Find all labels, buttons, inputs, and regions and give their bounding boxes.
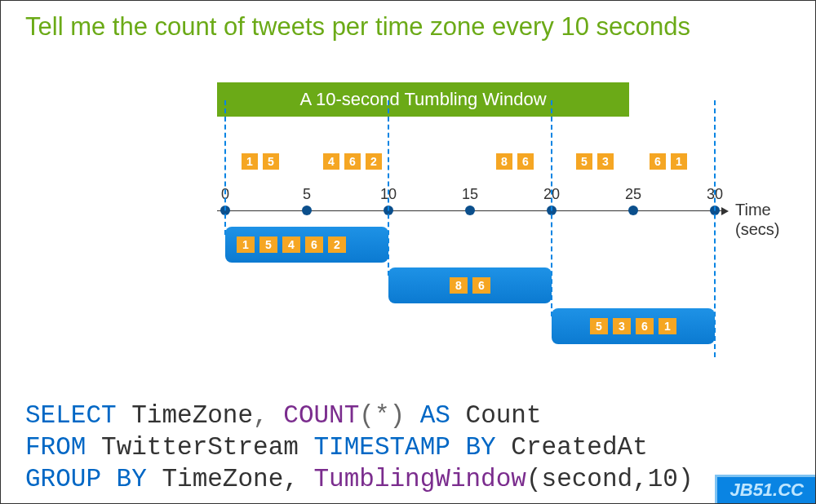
tick-marker: [465, 206, 475, 215]
sql-tumbling-args: (second,10): [526, 465, 694, 493]
event-marker: 1: [242, 153, 258, 170]
event-marker: 3: [597, 153, 614, 170]
window-event: 1: [237, 237, 255, 253]
sql-kw-groupby: GROUP BY: [25, 465, 147, 493]
sql-stream: TwitterStream: [101, 433, 299, 462]
window-aggregate: 5361: [552, 308, 715, 344]
tumbling-window-diagram: A 10-second Tumbling Window Time (secs) …: [217, 82, 772, 368]
event-marker: 4: [323, 153, 339, 170]
sql-kw-select: SELECT: [25, 401, 117, 430]
axis-arrow-icon: [721, 207, 729, 215]
tick-label: 15: [462, 186, 478, 203]
window-event: 6: [636, 318, 654, 334]
tick-marker: [302, 206, 312, 215]
sql-fn-tumbling: TumblingWindow: [313, 465, 526, 493]
tick-marker: [628, 206, 638, 215]
event-marker: 6: [517, 153, 534, 170]
window-event: 4: [282, 237, 300, 253]
window-event: 6: [305, 237, 323, 253]
event-marker: 8: [496, 153, 512, 170]
page-title: Tell me the count of tweets per time zon…: [1, 1, 815, 42]
sql-ts-col: CreatedAt: [511, 433, 647, 462]
tick-label: 25: [625, 186, 641, 203]
window-aggregate: 86: [388, 267, 552, 303]
window-event: 3: [613, 318, 631, 334]
sql-kw-as: AS: [420, 401, 450, 430]
window-event: 8: [450, 277, 468, 294]
sql-col-timezone2: TimeZone: [162, 465, 283, 493]
window-event: 6: [472, 277, 490, 294]
event-marker: 2: [366, 153, 382, 170]
sql-query: SELECT TimeZone, COUNT(*) AS Count FROM …: [25, 400, 694, 495]
axis-label: Time: [735, 201, 771, 219]
event-marker: 6: [650, 153, 666, 170]
sql-alias-count: Count: [466, 401, 542, 430]
sql-kw-from: FROM: [25, 433, 86, 462]
sql-star: (*): [359, 401, 405, 430]
event-marker: 6: [344, 153, 361, 170]
window-boundary-line: [224, 100, 226, 235]
sql-kw-timestampby: TIMESTAMP BY: [313, 433, 495, 462]
axis-unit: (secs): [735, 220, 779, 239]
window-event: 1: [659, 318, 676, 334]
event-marker: 5: [576, 153, 592, 170]
timeline: Time (secs) 051015202530 15462865361 154…: [217, 178, 772, 227]
watermark-badge: JB51.CC: [715, 475, 815, 503]
sql-fn-count: COUNT: [283, 401, 359, 430]
sql-col-timezone: TimeZone: [131, 401, 253, 430]
window-aggregate: 15462: [225, 227, 388, 263]
event-marker: 5: [263, 153, 279, 170]
diagram-banner: A 10-second Tumbling Window: [217, 82, 629, 117]
event-marker: 1: [671, 153, 687, 170]
window-event: 2: [328, 237, 346, 253]
window-event: 5: [259, 237, 277, 253]
window-event: 5: [590, 318, 608, 334]
tick-label: 5: [303, 186, 311, 203]
